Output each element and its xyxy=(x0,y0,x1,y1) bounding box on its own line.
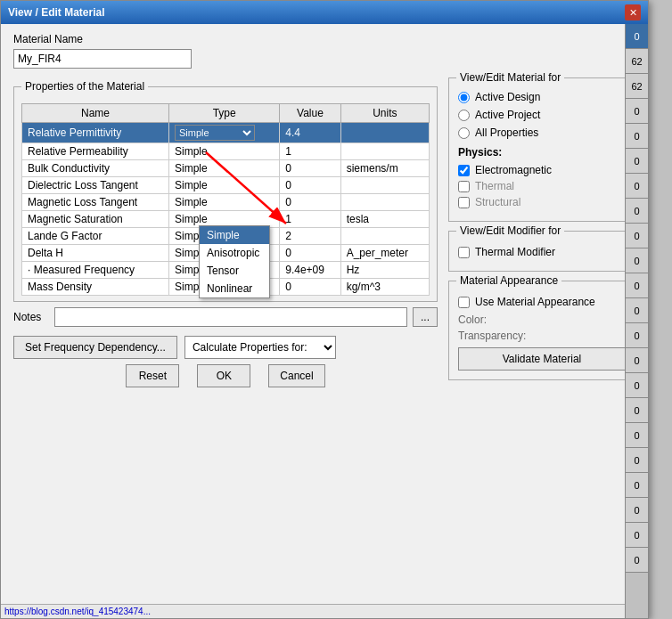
strip-cell: 0 xyxy=(626,423,648,448)
active-design-label: Active Design xyxy=(475,91,540,103)
right-strip: 062620000000000000000000 xyxy=(625,24,648,618)
table-cell-name: Dielectric Loss Tangent xyxy=(22,177,169,194)
table-row[interactable]: Relative PermeabilitySimple1 xyxy=(22,143,430,160)
strip-cell: 0 xyxy=(626,124,648,149)
material-name-input[interactable] xyxy=(13,49,192,69)
ok-button[interactable]: OK xyxy=(197,364,250,387)
structural-label: Structural xyxy=(475,196,520,208)
electromagnetic-checkbox[interactable] xyxy=(458,165,470,176)
use-material-appearance-checkbox-item: Use Material Appearance xyxy=(458,296,626,308)
table-cell-name: Magnetic Loss Tangent xyxy=(22,194,169,211)
col-value: Value xyxy=(280,104,340,123)
material-name-section: Material Name xyxy=(13,33,635,69)
strip-cell: 0 xyxy=(626,99,648,124)
strip-cell: 0 xyxy=(626,248,648,273)
table-row[interactable]: Relative PermittivitySimple4.4 xyxy=(22,123,430,143)
dropdown-item-simple[interactable]: Simple xyxy=(200,226,269,244)
strip-cell: 0 xyxy=(626,224,648,248)
table-cell-type: Simple xyxy=(169,177,280,194)
table-cell-units: A_per_meter xyxy=(340,245,429,262)
table-cell-name: Magnetic Saturation xyxy=(22,211,169,228)
properties-group: Properties of the Material Name Type Val… xyxy=(13,86,438,302)
bottom-buttons: Set Frequency Dependency... Calculate Pr… xyxy=(13,336,438,359)
dialog-content: Material Name Properties of the Material… xyxy=(1,24,648,618)
electromagnetic-label: Electromagnetic xyxy=(475,164,552,176)
table-row[interactable]: Dielectric Loss TangentSimple0 xyxy=(22,177,430,194)
physics-label: Physics: xyxy=(458,146,626,159)
material-appearance-group: Material Appearance Use Material Appeara… xyxy=(448,281,635,380)
table-cell-value: 0 xyxy=(280,194,340,211)
close-button[interactable]: ✕ xyxy=(625,4,641,20)
table-cell-name: · Measured Frequency xyxy=(22,262,169,279)
dropdown-item-nonlinear[interactable]: Nonlinear xyxy=(200,280,269,297)
thermal-modifier-checkbox[interactable] xyxy=(458,247,470,258)
calc-props-select[interactable]: Calculate Properties for: xyxy=(184,336,336,359)
strip-cell: 0 xyxy=(626,174,648,199)
dialog-title: View / Edit Material xyxy=(8,6,104,19)
table-cell-units xyxy=(340,177,429,194)
transparency-label: Transparency: xyxy=(458,330,626,342)
left-panel: Properties of the Material Name Type Val… xyxy=(13,77,438,609)
table-cell-units xyxy=(340,143,429,160)
structural-checkbox-item: Structural xyxy=(458,196,626,208)
strip-cell: 0 xyxy=(626,448,648,473)
view-edit-modifier-group: View/Edit Modifier for Thermal Modifier xyxy=(448,231,635,272)
thermal-modifier-label: Thermal Modifier xyxy=(475,246,555,258)
table-cell-value: 1 xyxy=(280,211,340,228)
table-cell-units xyxy=(340,194,429,211)
notes-browse-button[interactable]: ... xyxy=(413,307,438,327)
use-material-appearance-row: Use Material Appearance xyxy=(458,296,626,308)
material-name-label: Material Name xyxy=(13,33,635,45)
all-properties-radio[interactable]: All Properties xyxy=(458,126,626,139)
table-cell-value: 0 xyxy=(280,279,340,296)
thermal-checkbox[interactable] xyxy=(458,181,470,192)
strip-cell: 0 xyxy=(626,348,648,373)
active-project-radio[interactable]: Active Project xyxy=(458,109,626,121)
view-edit-material-group: View/Edit Material for Active Design Act… xyxy=(448,77,635,222)
url-bar: https://blog.csdn.net/iq_415423474... xyxy=(1,604,625,618)
col-name: Name xyxy=(22,104,169,123)
strip-cell: 62 xyxy=(626,49,648,74)
notes-label: Notes xyxy=(13,311,49,323)
notes-input[interactable] xyxy=(54,307,407,327)
strip-cell: 0 xyxy=(626,199,648,224)
table-row[interactable]: Magnetic Loss TangentSimple0 xyxy=(22,194,430,211)
url-text: https://blog.csdn.net/iq_415423474... xyxy=(4,607,151,616)
cancel-button[interactable]: Cancel xyxy=(268,364,324,387)
table-cell-name: Bulk Conductivity xyxy=(22,160,169,177)
use-material-appearance-checkbox[interactable] xyxy=(458,297,470,308)
strip-cell: 0 xyxy=(626,149,648,174)
type-dropdown[interactable]: SimpleAnisotropicTensorNonlinear xyxy=(199,225,270,298)
two-col-layout: Properties of the Material Name Type Val… xyxy=(13,77,635,609)
action-buttons: Reset OK Cancel xyxy=(13,364,438,387)
table-cell-units: siemens/m xyxy=(340,160,429,177)
table-cell-value: 0 xyxy=(280,177,340,194)
table-cell-type: Simple xyxy=(169,123,280,143)
table-cell-units xyxy=(340,123,429,143)
table-row[interactable]: Bulk ConductivitySimple0siemens/m xyxy=(22,160,430,177)
col-units: Units xyxy=(340,104,429,123)
dropdown-item-tensor[interactable]: Tensor xyxy=(200,262,269,280)
table-cell-type: Simple xyxy=(169,160,280,177)
table-cell-name: Lande G Factor xyxy=(22,228,169,245)
table-cell-value: 1 xyxy=(280,143,340,160)
freq-dep-button[interactable]: Set Frequency Dependency... xyxy=(13,336,177,359)
appearance-details: Color: Transparency: xyxy=(458,314,626,342)
view-edit-modifier-title: View/Edit Modifier for xyxy=(456,224,564,237)
thermal-label: Thermal xyxy=(475,180,514,192)
physics-group: Physics: Electromagnetic Thermal Structu… xyxy=(458,146,626,208)
reset-button[interactable]: Reset xyxy=(126,364,179,387)
right-panel: View/Edit Material for Active Design Act… xyxy=(448,77,635,609)
strip-cell: 0 xyxy=(626,323,648,348)
table-cell-name: Delta H xyxy=(22,245,169,262)
active-design-radio[interactable]: Active Design xyxy=(458,91,626,103)
active-project-label: Active Project xyxy=(475,109,540,121)
structural-checkbox[interactable] xyxy=(458,197,470,208)
thermal-modifier-checkbox-item: Thermal Modifier xyxy=(458,246,626,258)
table-cell-name: Relative Permeability xyxy=(22,143,169,160)
color-label: Color: xyxy=(458,314,626,326)
table-cell-type: Simple xyxy=(169,143,280,160)
type-select[interactable]: Simple xyxy=(175,125,255,141)
validate-material-button[interactable]: Validate Material xyxy=(458,347,626,371)
dropdown-item-anisotropic[interactable]: Anisotropic xyxy=(200,244,269,262)
